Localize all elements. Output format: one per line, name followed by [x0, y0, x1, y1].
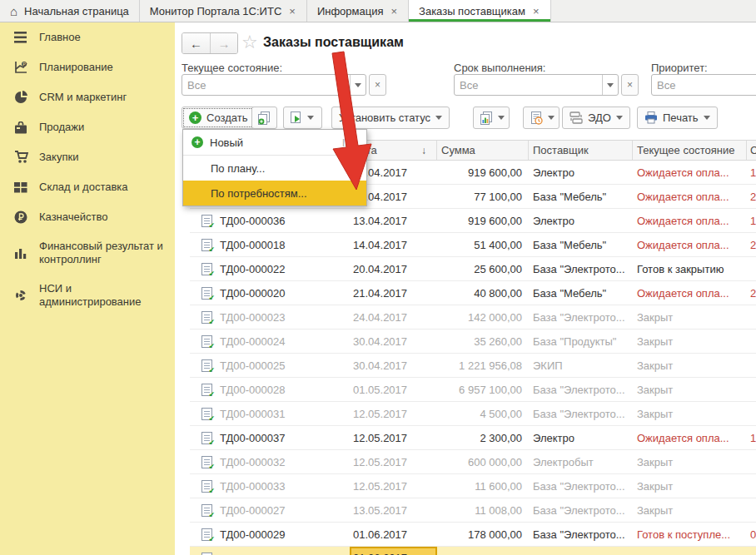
crm-icon	[13, 90, 28, 105]
menu-item-by-needs[interactable]: По потребностям...	[183, 181, 366, 206]
close-icon[interactable]: ×	[288, 5, 296, 17]
table-row[interactable]: ТД00-000031 12.05.2017 4 500,00 База "Эл…	[190, 402, 756, 426]
filter-state-combo[interactable]: Все	[182, 74, 366, 96]
filter-priority-label: Приоритет:	[651, 62, 708, 74]
filter-priority-value: Все	[657, 79, 675, 92]
table-row[interactable]: ТД00-000028 01.05.2017 6 957 100,00 База…	[190, 378, 756, 402]
document-icon	[201, 528, 212, 541]
tab-supplier-orders[interactable]: Заказы поставщикам ×	[409, 0, 550, 22]
chevron-down-icon	[435, 116, 442, 120]
table-row[interactable]: ТД00-000037 12.05.2017 2 300,00 Электро …	[190, 426, 756, 450]
table-row[interactable]: ТД00-000025 30.04.2017 1 221 956,08 ЭКИП…	[190, 354, 756, 378]
set-status-button[interactable]: Установить статус	[331, 107, 450, 129]
sidebar-item-label: Склад и доставка	[39, 181, 128, 194]
column-header-state[interactable]: Текущее состояние	[633, 141, 747, 160]
sidebar-item-main[interactable]: Главное	[0, 22, 175, 52]
filter-due-combo[interactable]: Все	[454, 74, 619, 96]
chevron-down-icon	[704, 116, 710, 120]
reports-button[interactable]	[473, 107, 510, 129]
table-row-selected[interactable]: ТД00-000034 01.06.2017 117,00 Электро Ож…	[190, 547, 756, 555]
table-row[interactable]: ТД00-000018 14.04.2017 51 400,00 База "М…	[190, 233, 756, 257]
chevron-down-icon[interactable]	[350, 75, 366, 95]
document-icon	[201, 335, 212, 348]
plus-icon: +	[189, 111, 201, 124]
document-icon	[201, 311, 212, 324]
favorite-star-icon[interactable]: ☆	[241, 32, 258, 53]
tab-home[interactable]: ⌂ Начальная страница	[0, 0, 140, 22]
sales-icon	[13, 120, 28, 135]
tab-information[interactable]: Информация ×	[307, 0, 409, 22]
tab-home-label: Начальная страница	[24, 5, 129, 17]
back-button[interactable]: ←	[182, 33, 210, 53]
sidebar-item-treasury[interactable]: Казначейство	[0, 202, 175, 232]
sidebar-item-label: Казначейство	[39, 211, 107, 224]
back-icon: ←	[190, 37, 202, 51]
history-nav: ← →	[182, 32, 238, 54]
table-row[interactable]: ТД00-000023 24.04.2017 142 000,00 База "…	[190, 305, 756, 330]
document-icon	[201, 432, 212, 444]
tab-its-monitor[interactable]: Монитор Портала 1С:ИТС ×	[140, 0, 307, 22]
table-row[interactable]: ТД00-000036 13.04.2017 919 600,00 Электр…	[190, 209, 756, 233]
sidebar-item-label: Планирование	[39, 61, 113, 74]
svg-text:P: P	[22, 62, 26, 67]
document-icon	[201, 384, 212, 396]
sort-desc-icon: ↓	[421, 145, 436, 156]
table-row[interactable]: ТД00-000024 30.04.2017 35 260,00 База "П…	[190, 330, 756, 354]
filter-due-label: Срок выполнения:	[454, 62, 545, 74]
plus-icon: +	[191, 136, 203, 148]
active-cell[interactable]: 01.06.2017	[350, 547, 437, 555]
sidebar-item-nsi-admin[interactable]: НСИ и администрирование	[0, 275, 175, 317]
document-icon	[201, 408, 212, 420]
sidebar-item-warehouse[interactable]: Склад и доставка	[0, 172, 175, 202]
menu-item-by-plan[interactable]: По плану...	[183, 156, 366, 181]
report-document-icon	[480, 111, 493, 125]
filter-state-clear-button[interactable]: ×	[369, 74, 386, 96]
filter-due-clear-button[interactable]: ×	[621, 74, 639, 96]
table-row[interactable]: ТД00-000020 21.04.2017 40 800,00 База "М…	[190, 281, 756, 305]
column-header-sum[interactable]: Сумма	[437, 141, 529, 160]
copy-button[interactable]	[251, 107, 277, 129]
document-icon	[201, 359, 212, 372]
chevron-down-icon[interactable]	[602, 75, 618, 95]
edo-exchange-icon	[569, 111, 583, 124]
document-icon	[201, 504, 212, 517]
close-icon[interactable]: ×	[532, 5, 540, 17]
table-row[interactable]: ТД00-000022 20.04.2017 25 600,00 База "Э…	[190, 257, 756, 281]
table-row[interactable]: ТД00-000032 12.05.2017 600 000,00 Электр…	[190, 450, 756, 474]
chevron-down-icon	[498, 116, 505, 120]
table-row[interactable]: ТД00-000029 01.06.2017 178 000,00 База "…	[190, 523, 756, 547]
document-clock-icon	[530, 111, 543, 125]
edo-button[interactable]: ЭДО	[562, 107, 630, 129]
based-on-document-icon	[291, 111, 302, 124]
chevron-down-icon	[548, 116, 555, 120]
sidebar-item-sales[interactable]: Продажи	[0, 112, 175, 142]
filter-priority-combo[interactable]: Все	[651, 74, 756, 96]
column-header-due[interactable]: С	[747, 141, 756, 160]
filter-due-value: Все	[460, 79, 478, 92]
column-header-supplier[interactable]: Поставщик	[529, 141, 633, 160]
table-row[interactable]: ТД00-000033 12.05.2017 11 600,00 База "Э…	[190, 474, 756, 498]
chevron-down-icon	[307, 116, 314, 120]
tab-its-monitor-label: Монитор Портала 1С:ИТС	[150, 5, 281, 17]
sidebar-item-purchases[interactable]: Закупки	[0, 142, 175, 172]
sidebar-item-label: Закупки	[39, 151, 78, 164]
sidebar-item-crm[interactable]: CRM и маркетинг	[0, 82, 175, 112]
create-button-label: Создать	[206, 111, 247, 124]
table-row[interactable]: ТД00-000027 13.05.2017 11 008,00 База "Э…	[190, 498, 756, 523]
sidebar-item-finance[interactable]: Финансовый результат и контроллинг	[0, 232, 175, 275]
treasury-icon	[13, 210, 28, 225]
menu-item-new[interactable]: + Новый Ins	[183, 130, 366, 155]
close-icon[interactable]: ×	[390, 5, 398, 17]
schedule-document-button[interactable]	[523, 107, 560, 129]
sidebar-item-label: НСИ и администрирование	[39, 282, 167, 310]
warehouse-icon	[13, 180, 28, 195]
set-status-label: Установить статус	[339, 111, 430, 124]
sidebar-item-planning[interactable]: P Планирование	[0, 52, 175, 82]
printer-icon	[644, 111, 658, 124]
purchases-icon	[13, 150, 28, 165]
filter-state-value: Все	[187, 79, 206, 92]
print-button[interactable]: Печать	[637, 107, 718, 129]
home-icon: ⌂	[10, 5, 17, 17]
create-based-on-button[interactable]	[283, 107, 322, 129]
forward-button[interactable]: →	[210, 33, 237, 53]
